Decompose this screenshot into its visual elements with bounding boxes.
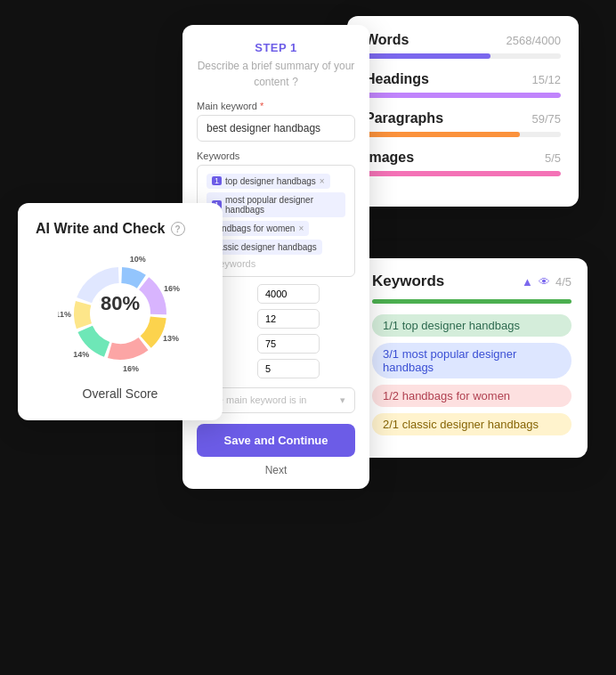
form-title: Describe a brief summary of your content… xyxy=(197,58,355,90)
kw-tag-1: 1 top designer handbags × xyxy=(207,174,330,189)
stat-label: Images xyxy=(365,150,414,166)
word-count-input[interactable] xyxy=(257,284,320,304)
keywords-input-placeholder: r keywords xyxy=(205,256,347,271)
donut-segment xyxy=(121,267,145,289)
donut-container: 10%16%13%16%14%11% 80% xyxy=(36,251,205,376)
ai-card: AI Write and Check ? 10%16%13%16%14%11% … xyxy=(18,203,223,420)
keywords-label: Keywords xyxy=(197,150,355,161)
images-input[interactable] xyxy=(257,359,320,378)
kw-badge: 1/1 top designer handbags xyxy=(372,314,571,337)
progress-bar-fill xyxy=(365,93,561,98)
headings-input[interactable] xyxy=(257,309,320,329)
next-link[interactable]: Next xyxy=(197,464,355,476)
chevron-down-icon: ▾ xyxy=(340,394,345,406)
progress-bar-bg xyxy=(365,171,561,176)
up-icon[interactable]: ▲ xyxy=(522,275,533,289)
svg-text:11%: 11% xyxy=(58,310,71,319)
svg-text:14%: 14% xyxy=(73,350,89,359)
progress-bar-bg xyxy=(365,132,561,137)
donut-score-text: 80% xyxy=(101,292,140,314)
stat-label: Paragraphs xyxy=(365,110,443,126)
keywords-count: 4/5 xyxy=(555,275,571,289)
keywords-title: Keywords xyxy=(372,272,444,290)
progress-bar-bg xyxy=(365,53,561,59)
svg-text:13%: 13% xyxy=(163,334,179,343)
stat-value: 5/5 xyxy=(545,151,561,165)
stat-row-headings: Headings 15/12 xyxy=(365,71,561,98)
svg-text:16%: 16% xyxy=(123,364,139,373)
ai-card-title: AI Write and Check ? xyxy=(36,221,205,237)
stat-row-paragraphs: Paragraphs 59/75 xyxy=(365,110,561,137)
donut-chart: 10%16%13%16%14%11% 80% xyxy=(58,251,182,376)
svg-text:16%: 16% xyxy=(164,284,180,293)
step-label: STEP 1 xyxy=(197,41,355,54)
kw-badge: 1/2 handbags for women xyxy=(372,385,571,407)
svg-text:10%: 10% xyxy=(130,255,146,264)
help-icon[interactable]: ? xyxy=(171,222,185,236)
kw-tag-2: 1 most popular designer handbags xyxy=(207,192,345,217)
overall-score-label: Overall Score xyxy=(36,386,205,401)
stat-value: 15/12 xyxy=(531,73,561,86)
progress-bar-fill xyxy=(365,132,520,137)
stats-card: Words 2568/4000 Headings 15/12 Paragraph… xyxy=(347,16,579,207)
paragraphs-input[interactable] xyxy=(257,334,320,354)
keywords-progress-bar xyxy=(372,299,571,304)
kw-tag-4: classic designer handbags xyxy=(207,240,322,255)
stat-value: 2568/4000 xyxy=(507,34,561,47)
keywords-icons: ▲ 👁 4/5 xyxy=(522,275,571,289)
stat-label: Headings xyxy=(365,71,429,87)
main-keyword-input[interactable] xyxy=(197,115,355,142)
main-keyword-label: Main keyword * xyxy=(197,101,355,111)
stat-label: Words xyxy=(365,32,409,48)
progress-bar-fill xyxy=(365,171,561,176)
progress-bar-fill xyxy=(365,53,490,59)
donut-segment xyxy=(74,301,92,329)
keywords-card: Keywords ▲ 👁 4/5 1/1 top designer handba… xyxy=(356,258,588,458)
donut-segment xyxy=(108,338,149,360)
progress-bar-bg xyxy=(365,93,561,98)
donut-segment xyxy=(139,277,166,314)
stat-row-words: Words 2568/4000 xyxy=(365,32,561,59)
eye-icon[interactable]: 👁 xyxy=(539,275,550,289)
stat-row-images: Images 5/5 xyxy=(365,150,561,176)
stat-value: 59/75 xyxy=(531,112,561,126)
kw-badge: 2/1 classic designer handbags xyxy=(372,413,571,435)
kw-badge: 3/1 most popular designer handbags xyxy=(372,343,571,378)
save-continue-button[interactable]: Save and Continue xyxy=(197,424,355,457)
